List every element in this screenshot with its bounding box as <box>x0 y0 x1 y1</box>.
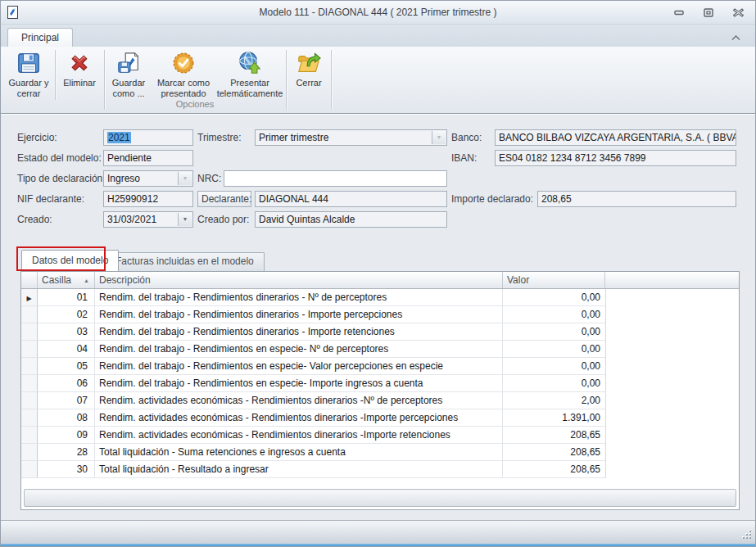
row-selector-cell[interactable] <box>21 306 38 323</box>
cell-descripcion[interactable]: Rendim. del trabajo - Rendimientos en es… <box>95 341 503 358</box>
column-header-descripcion[interactable]: Descripción <box>95 272 503 288</box>
cell-descripcion[interactable]: Rendim. del trabajo - Rendimientos diner… <box>95 306 503 323</box>
cell-valor[interactable]: 208,65 <box>503 461 606 478</box>
cell-casilla[interactable]: 02 <box>38 306 95 323</box>
tab-principal[interactable]: Principal <box>7 28 73 47</box>
cell-descripcion[interactable]: Rendim. actividades económicas - Rendimi… <box>95 409 503 427</box>
present-online-button[interactable]: Presentar telemáticamente <box>215 49 284 100</box>
table-row[interactable]: 08Rendim. actividades económicas - Rendi… <box>21 409 606 427</box>
cell-casilla[interactable]: 05 <box>38 358 95 375</box>
cell-descripcion[interactable]: Total liquidación - Suma retenciones e i… <box>95 444 503 461</box>
delete-button[interactable]: Eliminar <box>57 49 102 100</box>
row-selector-header <box>21 272 38 288</box>
cell-casilla[interactable]: 28 <box>38 444 95 461</box>
cell-casilla[interactable]: 07 <box>38 392 95 409</box>
column-header-valor[interactable]: Valor <box>503 272 605 288</box>
cell-valor[interactable]: 0,00 <box>503 306 606 323</box>
cell-descripcion[interactable]: Rendim. del trabajo - Rendimientos diner… <box>95 323 503 341</box>
cell-casilla[interactable]: 04 <box>38 341 95 358</box>
cell-valor[interactable]: 2,00 <box>503 392 606 409</box>
declarante-field[interactable]: DIAGONAL 444 <box>255 191 447 207</box>
row-selector-cell[interactable] <box>21 444 38 461</box>
mark-presented-button[interactable]: Marcar como presentado <box>153 49 214 100</box>
nrc-label: NRC: <box>197 170 221 187</box>
medal-check-icon <box>170 49 197 77</box>
creado-por-label: Creado por: <box>197 211 249 228</box>
tab-datos-del-modelo[interactable]: Datos del modelo <box>21 250 119 271</box>
banco-field[interactable]: BANCO BILBAO VIZCAYA ARGENTARIA, S.A. ( … <box>495 129 736 146</box>
table-row[interactable]: 03Rendim. del trabajo - Rendimientos din… <box>21 323 606 341</box>
table-row[interactable]: 28Total liquidación - Suma retenciones e… <box>21 444 606 461</box>
table-row[interactable]: 07Rendim. actividades económicas - Rendi… <box>21 392 606 409</box>
table-row[interactable]: 06Rendim. del trabajo - Rendimientos en … <box>21 375 606 392</box>
close-button[interactable] <box>729 5 747 20</box>
restore-button[interactable] <box>699 5 718 20</box>
save-as-icon <box>115 49 143 77</box>
table-row[interactable]: 09Rendim. actividades económicas - Rendi… <box>21 427 606 444</box>
active-row-indicator: ▶ <box>26 295 31 302</box>
chevron-down-icon[interactable]: ▼ <box>178 172 192 185</box>
creado-por-field[interactable]: David Quintas Alcalde <box>255 211 447 228</box>
minimize-button[interactable] <box>670 5 688 20</box>
cell-descripcion[interactable]: Total liquidación - Resultado a ingresar <box>95 461 503 478</box>
nrc-input[interactable] <box>224 170 447 187</box>
trimestre-combo[interactable]: Primer trimestre ▼ <box>255 129 447 146</box>
nif-declarante-field[interactable]: H25990912 <box>103 191 193 207</box>
cell-valor[interactable]: 0,00 <box>503 323 606 341</box>
creado-date-combo[interactable]: 31/03/2021 ▼ <box>103 211 193 228</box>
tipo-declaracion-combo[interactable]: Ingreso ▼ <box>103 170 193 187</box>
estado-field[interactable]: Pendiente <box>103 150 193 166</box>
declarante-dropdown-button[interactable]: Declarante: ▼ <box>197 191 251 207</box>
save-as-button[interactable]: Guardar como ... <box>106 49 152 100</box>
ejercicio-label: Ejercicio: <box>17 129 57 146</box>
table-row[interactable]: 02Rendim. del trabajo - Rendimientos din… <box>21 306 606 323</box>
importe-declarado-field[interactable]: 208,65 <box>537 191 736 207</box>
cell-casilla[interactable]: 30 <box>38 461 95 478</box>
collapse-ribbon-icon[interactable] <box>729 32 742 43</box>
cell-descripcion[interactable]: Rendim. actividades económicas - Rendimi… <box>95 392 503 409</box>
row-selector-cell[interactable] <box>21 341 38 358</box>
cell-valor[interactable]: 208,65 <box>503 444 606 461</box>
row-selector-cell[interactable] <box>21 358 38 375</box>
row-selector-cell[interactable] <box>21 392 38 409</box>
row-selector-cell[interactable] <box>21 427 38 444</box>
row-selector-cell[interactable] <box>21 409 38 427</box>
cell-casilla[interactable]: 09 <box>38 427 95 444</box>
cell-valor[interactable]: 0,00 <box>503 375 606 392</box>
ejercicio-field[interactable]: 2021 <box>103 129 193 146</box>
chevron-down-icon[interactable]: ▼ <box>432 131 446 144</box>
cell-casilla[interactable]: 08 <box>38 409 95 427</box>
cell-valor[interactable]: 0,00 <box>503 289 606 306</box>
cell-casilla[interactable]: 03 <box>38 323 95 341</box>
save-and-close-label: Guardar y cerrar <box>4 78 53 99</box>
tab-facturas-incluidas[interactable]: Facturas incluidas en el modelo <box>105 252 265 271</box>
column-header-casilla[interactable]: Casilla▲ <box>38 272 95 288</box>
save-and-close-button[interactable]: Guardar y cerrar <box>4 49 53 100</box>
cell-casilla[interactable]: 06 <box>38 375 95 392</box>
column-header-filler <box>605 272 739 288</box>
row-selector-cell[interactable] <box>21 323 38 341</box>
cell-descripcion[interactable]: Rendim. del trabajo - Rendimientos en es… <box>95 358 503 375</box>
resize-grip[interactable] <box>742 531 751 540</box>
cell-descripcion[interactable]: Rendim. del trabajo - Rendimientos en es… <box>95 375 503 392</box>
cell-descripcion[interactable]: Rendim. actividades económicas - Rendimi… <box>95 427 503 444</box>
cell-valor[interactable]: 0,00 <box>503 341 606 358</box>
iban-field[interactable]: ES04 0182 1234 8712 3456 7899 <box>495 150 736 166</box>
cell-valor[interactable]: 208,65 <box>503 427 606 444</box>
row-selector-cell[interactable]: ▶ <box>21 289 38 306</box>
table-row[interactable]: 04Rendim. del trabajo - Rendimientos en … <box>21 341 606 358</box>
ribbon: Guardar y cerrar Eliminar <box>1 47 755 114</box>
banco-value: BANCO BILBAO VIZCAYA ARGENTARIA, S.A. ( … <box>499 132 736 143</box>
ribbon-tab-row: Principal <box>1 25 755 47</box>
table-row[interactable]: 30Total liquidación - Resultado a ingres… <box>21 461 606 478</box>
row-selector-cell[interactable] <box>21 461 38 478</box>
close-form-button[interactable]: Cerrar <box>287 49 330 100</box>
cell-valor[interactable]: 1.391,00 <box>503 409 606 427</box>
table-row[interactable]: ▶01Rendim. del trabajo - Rendimientos di… <box>21 289 606 306</box>
cell-descripcion[interactable]: Rendim. del trabajo - Rendimientos diner… <box>95 289 503 306</box>
chevron-down-icon[interactable]: ▼ <box>178 213 192 226</box>
table-row[interactable]: 05Rendim. del trabajo - Rendimientos en … <box>21 358 606 375</box>
cell-casilla[interactable]: 01 <box>38 289 95 306</box>
row-selector-cell[interactable] <box>21 375 38 392</box>
cell-valor[interactable]: 0,00 <box>503 358 606 375</box>
